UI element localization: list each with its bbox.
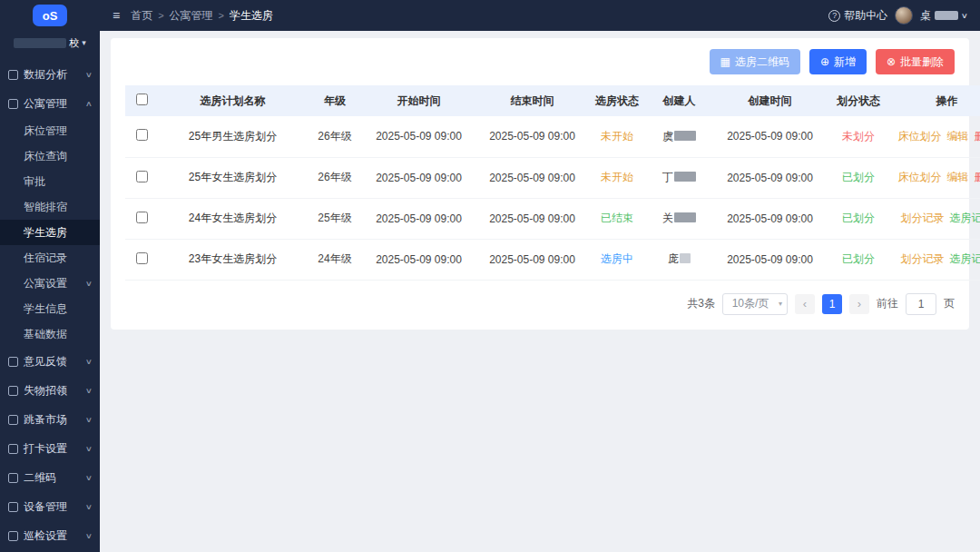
sidebar: oS 校▾ 数据分析∨公寓管理∧床位管理床位查询审批智能排宿学生选房住宿记录公寓… (0, 0, 100, 552)
user-name-redacted (935, 11, 958, 20)
sidebar-item-basic-data[interactable]: 基础数据 (0, 321, 100, 347)
user-menu[interactable]: 桌∨ (920, 8, 967, 24)
sidebar-item-student-info[interactable]: 学生信息 (0, 296, 100, 321)
room-selection-qrcode-button[interactable]: ▦选房二维码 (710, 49, 800, 74)
action-link-选房记录[interactable]: 选房记录 (950, 252, 980, 265)
creator-name-prefix: 虞 (662, 130, 673, 143)
row-select-cell (125, 116, 158, 157)
message-icon (8, 357, 18, 367)
select-all-checkbox[interactable] (136, 94, 148, 105)
next-page-button[interactable]: › (849, 294, 869, 314)
sidebar-item-lost-found[interactable]: 失物招领∨ (0, 376, 100, 405)
pagination: 共3条 10条/页 ▾ ‹ 1 › 前往 页 (125, 293, 955, 315)
grade-cell: 26年级 (308, 157, 362, 198)
sidebar-item-stay-records[interactable]: 住宿记录 (0, 245, 100, 271)
sidebar-item-label: 学生信息 (24, 301, 67, 317)
row-checkbox[interactable] (136, 252, 148, 264)
sidebar-item-smart-allocation[interactable]: 智能排宿 (0, 194, 100, 220)
breadcrumb-item[interactable]: 公寓管理 (170, 8, 213, 24)
add-button[interactable]: ⊕新增 (809, 49, 867, 74)
row-checkbox[interactable] (136, 129, 148, 141)
sidebar-item-label: 床位管理 (24, 123, 67, 139)
division-status-cell: 未划分 (827, 116, 890, 157)
sidebar-item-bed-mgmt[interactable]: 床位管理 (0, 118, 100, 143)
sidebar-item-label: 基础数据 (24, 327, 67, 342)
sidebar-item-label: 二维码 (24, 470, 81, 486)
page-number-current[interactable]: 1 (822, 294, 842, 314)
device-icon (8, 502, 18, 512)
sidebar-item-approval[interactable]: 审批 (0, 169, 100, 194)
column-header: 选房计划名称 (158, 85, 308, 116)
plans-table: 选房计划名称年级开始时间结束时间选房状态创建人创建时间划分状态操作 25年男生选… (125, 85, 980, 281)
action-link-删除[interactable]: 删除 (975, 130, 980, 143)
content-card: ▦选房二维码 ⊕新增 ⊗批量删除 选房计划名称年级开始时间结束时间选房状态创建人… (111, 38, 969, 330)
sidebar-item-label: 公寓管理 (24, 96, 81, 112)
breadcrumb-item[interactable]: 首页 (131, 8, 152, 24)
sidebar-item-label: 失物招领 (24, 383, 81, 399)
prev-page-button[interactable]: ‹ (795, 294, 815, 314)
goto-page-input[interactable] (906, 293, 936, 315)
sidebar-item-bed-query[interactable]: 床位查询 (0, 143, 100, 169)
school-selector[interactable]: 校▾ (0, 31, 100, 54)
sidebar-item-label: 设备管理 (24, 499, 81, 515)
creator-name-redacted (674, 131, 696, 141)
sidebar-item-apartment-mgmt[interactable]: 公寓管理∧ (0, 89, 100, 118)
created-time-cell: 2025-05-09 09:00 (713, 116, 827, 157)
sidebar-item-qrcode[interactable]: 二维码∨ (0, 463, 100, 492)
column-header: 结束时间 (475, 85, 589, 116)
sidebar-item-label: 数据分析 (24, 67, 81, 83)
avatar[interactable] (895, 6, 913, 25)
start-time-cell: 2025-05-09 09:00 (362, 116, 475, 157)
batch-delete-button[interactable]: ⊗批量删除 (876, 49, 955, 74)
question-circle-icon: ? (828, 10, 840, 22)
action-link-划分记录[interactable]: 划分记录 (901, 212, 945, 224)
sidebar-item-data-analysis[interactable]: 数据分析∨ (0, 60, 100, 89)
action-link-编辑[interactable]: 编辑 (947, 171, 969, 183)
shop-icon (8, 415, 18, 425)
division-status-cell: 已划分 (827, 198, 890, 239)
row-checkbox[interactable] (136, 212, 148, 223)
hamburger-menu-icon[interactable]: ≡ (113, 9, 120, 22)
chevron-up-icon: ∧ (85, 100, 93, 108)
chevron-down-icon: ∨ (85, 532, 93, 540)
creator-name-prefix: 关 (662, 212, 673, 224)
sidebar-item-apartment-settings[interactable]: 公寓设置∨ (0, 271, 100, 296)
sidebar-item-inspection-settings[interactable]: 巡检设置∨ (0, 521, 100, 550)
sidebar-item-label: 意见反馈 (24, 354, 81, 370)
sidebar-item-flea-market[interactable]: 跳蚤市场∨ (0, 405, 100, 434)
column-header: 年级 (308, 85, 362, 116)
help-center-link[interactable]: ? 帮助中心 (828, 8, 887, 24)
sidebar-item-checkin-settings[interactable]: 打卡设置∨ (0, 434, 100, 463)
action-link-床位划分[interactable]: 床位划分 (898, 130, 942, 143)
division-status-badge: 已划分 (842, 252, 875, 265)
building-icon (8, 99, 18, 109)
chevron-down-icon: ∨ (85, 474, 93, 482)
topbar: ≡ 首页>公寓管理>学生选房 ? 帮助中心 桌∨ (100, 0, 980, 31)
row-checkbox[interactable] (136, 171, 148, 182)
creator-name-prefix: 庞 (668, 252, 679, 265)
action-link-编辑[interactable]: 编辑 (947, 130, 969, 143)
action-link-选房记录[interactable]: 选房记录 (950, 212, 980, 224)
batch-delete-label: 批量删除 (900, 54, 944, 70)
chevron-down-icon: ∨ (85, 387, 93, 395)
sidebar-item-student-room-selection[interactable]: 学生选房 (0, 220, 100, 245)
qrcode-icon (8, 473, 18, 483)
action-link-划分记录[interactable]: 划分记录 (901, 252, 945, 265)
action-link-删除[interactable]: 删除 (975, 171, 980, 183)
action-link-床位划分[interactable]: 床位划分 (898, 171, 942, 183)
selection-status-cell: 已结束 (589, 198, 645, 239)
creator-cell: 丁 (645, 157, 713, 198)
creator-cell: 关 (645, 198, 713, 239)
user-name-prefix: 桌 (920, 8, 931, 24)
page-size-select[interactable]: 10条/页 ▾ (722, 293, 788, 315)
sidebar-item-device-mgmt[interactable]: 设备管理∨ (0, 492, 100, 521)
column-header: 开始时间 (362, 85, 475, 116)
status-badge: 已结束 (601, 212, 633, 224)
sidebar-item-label: 跳蚤市场 (24, 412, 81, 428)
division-status-cell: 已划分 (827, 239, 890, 280)
column-header: 操作 (890, 85, 980, 116)
sidebar-item-feedback[interactable]: 意见反馈∨ (0, 347, 100, 376)
chevron-down-icon: ∨ (85, 416, 93, 424)
qrcode-icon: ▦ (720, 56, 730, 67)
status-badge: 未开始 (601, 171, 633, 183)
